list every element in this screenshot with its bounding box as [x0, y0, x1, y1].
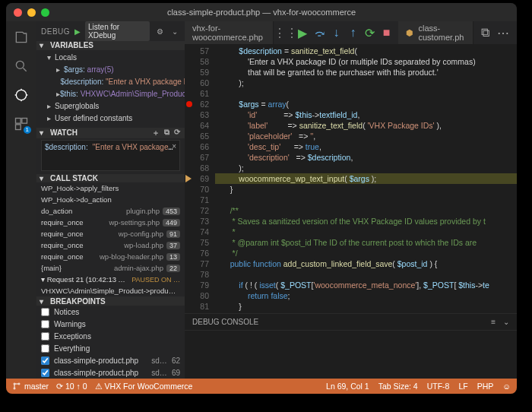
gear-icon[interactable]: ⚙ — [154, 27, 165, 36]
var-description[interactable]: $description: "Enter a VHX package I…" — [36, 76, 185, 88]
line-gutter[interactable]: 5758596061626364656667686970717273747576… — [185, 44, 215, 313]
bp-category[interactable]: Exceptions — [36, 330, 185, 342]
branch-indicator[interactable]: master — [12, 382, 49, 391]
language-mode[interactable]: PHP — [477, 382, 494, 391]
scope-locals[interactable]: ▾Locals — [36, 52, 185, 64]
svg-point-5 — [14, 383, 15, 385]
bp-checkbox[interactable] — [41, 332, 49, 341]
callstack-section-header[interactable]: ▾CALL STACK — [36, 174, 185, 183]
encoding[interactable]: UTF-8 — [427, 382, 450, 391]
activity-bar — [6, 21, 36, 379]
bp-item[interactable]: class-simple-product.phpsd…62 — [36, 354, 185, 366]
search-icon[interactable] — [13, 58, 30, 74]
debug-console-toggle-icon[interactable]: ⌄ — [169, 27, 180, 36]
feedback-icon[interactable]: ☺ — [502, 382, 511, 391]
status-bar: master ⟳ 10 ↑ 0 ⚠ VHX For WooCommerce Ln… — [6, 379, 517, 394]
titlebar: class-simple-product.php — vhx-for-wooco… — [6, 3, 517, 21]
split-editor-icon[interactable]: ⧉ — [481, 26, 489, 40]
eol[interactable]: LF — [458, 382, 467, 391]
stack-frame[interactable]: VHXWC\Admin\Simple_Product->produ… — [36, 285, 185, 296]
editor-tabbar: vhx-for-woocommerce.php ⋮⋮ ▶ ⤼ ↓ ↑ ⟳ ■ ⬢… — [185, 21, 517, 44]
bp-category[interactable]: Notices — [36, 306, 185, 318]
tab-woo[interactable]: vhx-for-woocommerce.php — [185, 21, 274, 44]
bp-checkbox[interactable] — [41, 357, 49, 365]
more-actions-icon[interactable]: ⋯ — [497, 26, 509, 40]
var-this[interactable]: ▸$this: VHXWC\Admin\Simple_Product — [36, 88, 185, 100]
bp-item[interactable]: class-simple-product.phpsd…69 — [36, 366, 185, 379]
collapse-panel-icon[interactable]: ⌄ — [503, 318, 509, 326]
filter-icon[interactable]: ≡ — [491, 318, 496, 326]
svg-point-7 — [18, 383, 20, 385]
stack-frame[interactable]: WP_Hook->apply_filters — [36, 182, 185, 194]
scope-superglobals[interactable]: ▸Superglobals — [36, 100, 185, 113]
variables-section-header[interactable]: ▾VARIABLES — [36, 41, 185, 50]
debug-sidebar: DEBUG ▶ Listen for XDebug ⚙ ⌄ ▾VARIABLES… — [36, 21, 185, 379]
cursor-position[interactable]: Ln 69, Col 1 — [326, 382, 369, 391]
stack-frame[interactable]: require_oncewp-load.php37 — [36, 239, 185, 251]
bp-checkbox[interactable] — [41, 369, 49, 377]
variables-tree: ▾Locals ▸$args: array(5) $description: "… — [36, 50, 185, 128]
problems-indicator[interactable]: ⚠ VHX For WooCommerce — [95, 382, 193, 391]
stack-frame[interactable]: {main}admin-ajax.php22 — [36, 262, 185, 274]
tab-customer[interactable]: ⬢class-customer.ph — [398, 21, 473, 44]
step-out-icon[interactable]: ↑ — [348, 28, 357, 37]
stack-frame[interactable]: WP_Hook->do_action — [36, 194, 185, 205]
watch-entry[interactable]: × $description: "Enter a VHX package…" — [41, 140, 180, 171]
debug-console-label: DEBUG CONSOLE — [192, 318, 258, 326]
debug-toolbar: ⋮⋮ ▶ ⤼ ↓ ↑ ⟳ ■ — [274, 21, 398, 44]
svg-point-0 — [16, 61, 24, 68]
extensions-icon[interactable] — [13, 116, 30, 132]
step-into-icon[interactable]: ↓ — [331, 28, 340, 37]
debug-console-panel: DEBUG CONSOLE ≡ ⌄ — [185, 313, 517, 379]
bp-checkbox[interactable] — [41, 344, 49, 353]
debug-icon[interactable] — [13, 87, 30, 103]
svg-point-1 — [16, 90, 26, 100]
bp-category[interactable]: Warnings — [36, 318, 185, 330]
minimize-window-icon[interactable] — [27, 8, 36, 17]
code-editor[interactable]: $description = sanitize_text_field( 'Ent… — [215, 44, 517, 313]
bp-checkbox[interactable] — [41, 308, 49, 316]
remove-watch-icon[interactable]: × — [172, 142, 176, 151]
stop-icon[interactable]: ■ — [382, 28, 391, 37]
breakpoints-section-header[interactable]: ▾BREAKPOINTS — [36, 296, 185, 306]
collapse-watch-icon[interactable]: ⧉ — [164, 128, 169, 138]
scope-userconst[interactable]: ▸User defined constants — [36, 113, 185, 125]
sync-indicator[interactable]: ⟳ 10 ↑ 0 — [56, 382, 87, 391]
svg-rect-2 — [16, 119, 21, 124]
explorer-icon[interactable] — [13, 29, 30, 46]
stack-frame[interactable]: do_actionplugin.php453 — [36, 205, 185, 217]
close-window-icon[interactable] — [14, 8, 22, 17]
clear-watch-icon[interactable]: ⟳ — [174, 128, 180, 138]
stack-frame[interactable]: require_oncewp-blog-header.php13 — [36, 251, 185, 262]
bp-checkbox[interactable] — [41, 320, 49, 328]
start-debug-icon[interactable]: ▶ — [74, 27, 81, 36]
watch-section-header[interactable]: ▾WATCH ＋⧉⟳ — [36, 128, 185, 138]
var-args[interactable]: ▸$args: array(5) — [36, 64, 185, 76]
stack-frame[interactable]: require_oncewp-config.php91 — [36, 228, 185, 239]
svg-point-6 — [14, 388, 15, 389]
debug-label: DEBUG — [41, 27, 70, 36]
bp-category[interactable]: Everything — [36, 342, 185, 354]
drag-handle-icon[interactable]: ⋮⋮ — [281, 28, 290, 37]
restart-icon[interactable]: ⟳ — [365, 28, 374, 37]
svg-rect-4 — [16, 125, 21, 130]
svg-rect-3 — [22, 119, 27, 124]
request-row[interactable]: ▾ Request 21 (10:42:13 AM)PAUSED ON … — [36, 274, 185, 285]
breakpoints-list: NoticesWarningsExceptionsEverythingclass… — [36, 306, 185, 379]
window-title: class-simple-product.php — vhx-for-wooco… — [167, 8, 356, 17]
step-over-icon[interactable]: ⤼ — [315, 28, 324, 37]
add-watch-icon[interactable]: ＋ — [152, 128, 160, 138]
callstack: WP_Hook->apply_filtersWP_Hook->do_action… — [36, 182, 185, 296]
zoom-window-icon[interactable] — [41, 8, 49, 17]
stack-frame[interactable]: require_oncewp-settings.php449 — [36, 217, 185, 228]
tab-size[interactable]: Tab Size: 4 — [378, 382, 418, 391]
debug-config-select[interactable]: Listen for XDebug — [85, 21, 150, 41]
continue-icon[interactable]: ▶ — [298, 28, 307, 37]
